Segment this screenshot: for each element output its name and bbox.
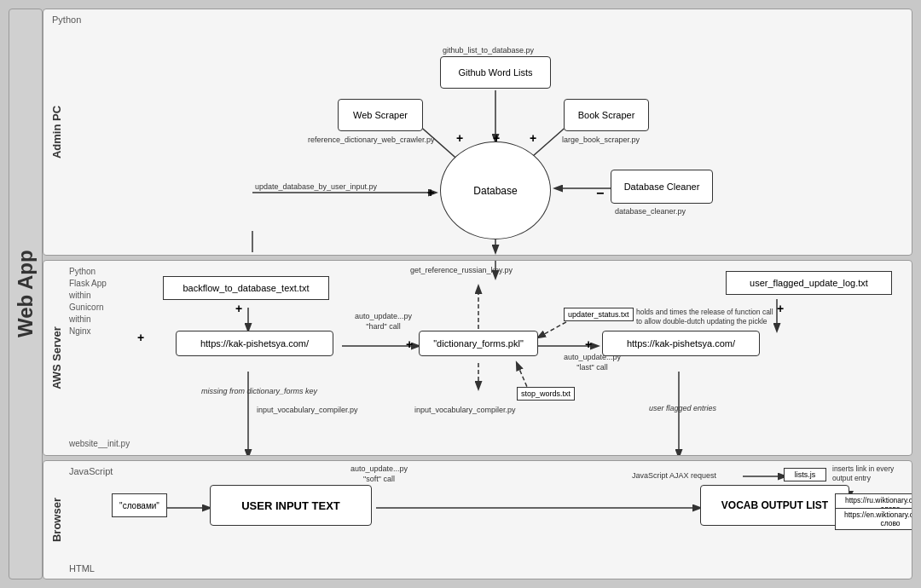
aws-label: AWS Server	[50, 326, 63, 389]
plus-dict: +	[406, 337, 413, 351]
minus-cleaner: −	[596, 186, 604, 201]
en-wikt-box: https://en.wiktionary.org/wiki/слово	[835, 508, 912, 530]
plus-flagged: +	[777, 302, 784, 315]
db-cleaner-file: database_cleaner.py	[615, 207, 686, 216]
plus-backflow: +	[137, 331, 144, 344]
github-list-file: github_list_to_database.py	[443, 46, 534, 55]
webserver-section: PythonFlask AppwithinGunicornwithinNginx…	[43, 260, 912, 456]
database-circle: Database	[440, 141, 551, 239]
user-flagged-entries: user flagged entries	[649, 404, 716, 412]
webserver-title: PythonFlask AppwithinGunicornwithinNginx	[69, 266, 107, 337]
main-content: Python Admin PC	[43, 9, 912, 579]
vocab-output-box: VOCAB OUTPUT LIST	[700, 485, 849, 526]
browser-title: JavaScript	[69, 466, 113, 476]
input-vocab1-label: input_vocabulary_compiler.py	[257, 406, 358, 414]
webapp-label: Web App	[9, 9, 43, 579]
get-reference-label: get_reference_russian_key.py	[410, 266, 513, 274]
admin-section: Python Admin PC	[43, 9, 912, 256]
missing-label: missing from dictionary_forms key	[201, 387, 317, 395]
browser-html: HTML	[69, 563, 95, 574]
stop-words-box: stop_words.txt	[517, 387, 575, 401]
plus-github: +	[493, 131, 500, 145]
user-input-box[interactable]: USER INPUT TEXT	[210, 485, 372, 526]
auto-update-last: auto_update...py"last" call	[564, 353, 621, 372]
flask-url2-box: https://kak-pishetsya.com/	[602, 331, 760, 356]
web-crawler-file: reference_dictionary_web_crawler.py	[308, 135, 435, 144]
plus-backflow2: +	[235, 302, 242, 315]
plus-web: +	[456, 131, 463, 145]
auto-update-hard: auto_update...py"hard" call	[355, 312, 412, 331]
browser-label: Browser	[50, 498, 63, 542]
input-vocab2-label: input_vocabulary_compiler.py	[414, 406, 516, 414]
svg-line-16	[538, 319, 572, 337]
large-book-file: large_book_scraper.py	[562, 135, 640, 144]
slovami-box: "словами"	[112, 493, 167, 517]
holds-times-label: holds and times the release of function …	[636, 308, 773, 326]
update-user-file: update_database_by_user_input.py	[255, 182, 377, 191]
left-labels: Web App	[9, 9, 43, 579]
book-scraper-box: Book Scraper	[564, 99, 649, 131]
js-ajax-label: JavaScript AJAX request	[632, 471, 716, 480]
browser-section: JavaScript Browser HTML "словами"	[43, 460, 912, 579]
github-word-lists-box: Github Word Lists	[440, 56, 551, 89]
website-init: website__init.py	[69, 439, 130, 448]
auto-update-soft: auto_update...py"soft" call	[350, 464, 408, 484]
plus-flask2: +	[585, 337, 592, 351]
admin-pc-label: Admin PC	[50, 106, 63, 159]
plus-user-input: +	[427, 186, 434, 199]
user-flagged-box: user_flagged_update_log.txt	[726, 271, 892, 295]
web-scraper-box: Web Scraper	[338, 99, 423, 131]
dict-forms-box: "dictionary_forms.pkl"	[419, 331, 538, 356]
inserts-link-label: inserts link in everyoutput entry	[832, 464, 894, 483]
updater-status-box: updater_status.txt	[564, 308, 634, 321]
backflow-box: backflow_to_database_text.txt	[163, 276, 329, 300]
plus-book: +	[530, 131, 536, 145]
flask-url1-box: https://kak-pishetsya.com/	[176, 331, 333, 356]
outer-container: Web App Python Admin PC	[0, 0, 921, 588]
admin-section-title: Python	[52, 14, 81, 25]
db-cleaner-box: Database Cleaner	[611, 170, 713, 204]
lists-js-box: lists.js	[784, 468, 826, 481]
